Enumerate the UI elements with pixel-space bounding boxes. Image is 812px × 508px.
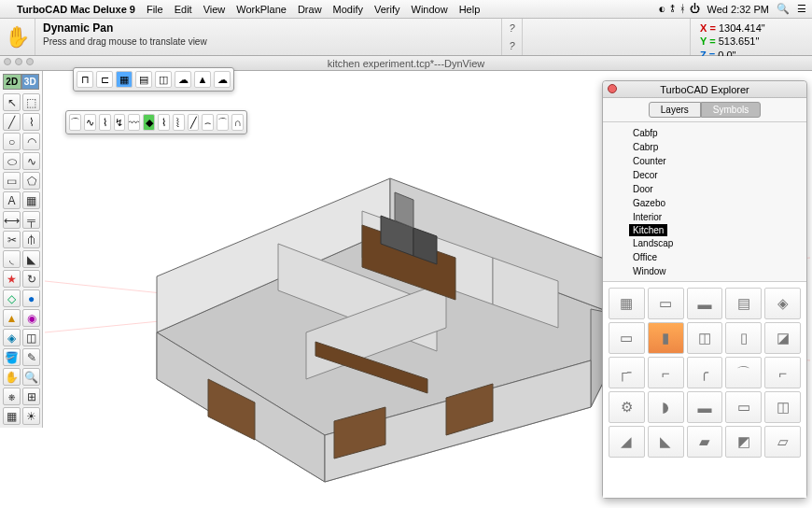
coord-y: 513.651" [719, 35, 760, 47]
symbol-thumb[interactable]: ┌╴ [609, 357, 645, 388]
arc-tool[interactable]: ◠ [22, 133, 40, 150]
cat-item[interactable]: Counter [629, 154, 806, 168]
symbol-thumb[interactable]: ▮ [648, 322, 684, 354]
menu-window[interactable]: Window [412, 4, 448, 15]
rect-tool[interactable]: ▭ [3, 172, 21, 190]
symbol-thumb[interactable]: ▭ [725, 391, 762, 423]
cat-item[interactable]: Cabfp [629, 126, 806, 140]
trim-tool[interactable]: ✂ [3, 231, 21, 248]
cat-item[interactable]: Landscap [629, 236, 806, 250]
shell-tool[interactable]: ◫ [22, 329, 40, 346]
light-tool[interactable]: ☀ [22, 407, 40, 425]
cat-item[interactable]: Cabrp [629, 140, 806, 154]
category-list: Cabfp Cabrp Counter Decor Door Gazebo In… [603, 122, 806, 281]
paint-tool[interactable]: 🪣 [3, 348, 21, 366]
menu-edit[interactable]: Edit [175, 4, 192, 15]
notifications-icon[interactable]: ☰ [797, 3, 806, 15]
help-hints[interactable]: ?? [502, 19, 523, 55]
dimension-tool[interactable]: ⟷ [3, 211, 21, 229]
menu-view[interactable]: View [203, 4, 226, 15]
line-tool[interactable]: ╱ [3, 113, 21, 131]
status-icons[interactable]: ◐ ⥉ ᚼ ⏻ [659, 3, 699, 15]
tab-layers[interactable]: Layers [649, 102, 701, 118]
window-controls[interactable] [4, 58, 34, 65]
symbol-thumb[interactable]: ▰ [687, 426, 723, 458]
menu-modify[interactable]: Modify [333, 4, 363, 15]
symbol-thumb[interactable]: ⚙ [609, 391, 645, 423]
symbol-thumb[interactable]: ◫ [687, 322, 723, 354]
cat-item[interactable]: Window [629, 264, 806, 278]
symbol-thumb[interactable]: ▯ [725, 322, 762, 354]
hatch-tool[interactable]: ▦ [22, 191, 40, 209]
symbol-thumb[interactable]: ⌒ [725, 357, 762, 388]
spline-tool[interactable]: ∿ [22, 152, 40, 170]
offset-tool[interactable]: ⫛ [22, 231, 40, 248]
tool-palette: 2D 3D ↖ ⬚ ╱ ⌇ ○ ◠ ⬭ ∿ ▭ ⬠ A ▦ ⟷ ╤ ✂ ⫛ ◟ … [0, 71, 43, 428]
cat-item[interactable]: Office [629, 250, 806, 264]
select-rect-tool[interactable]: ⬚ [22, 93, 40, 111]
pan-hand-icon[interactable]: ✋ [0, 19, 35, 55]
zoom-tool[interactable]: 🔍 [22, 368, 40, 386]
cat-item-selected[interactable]: Kitchen [629, 224, 667, 236]
symbol-thumb[interactable]: ◢ [609, 426, 645, 458]
symbol-thumb[interactable]: ◩ [725, 426, 762, 458]
extrude-tool[interactable]: ▲ [3, 309, 21, 327]
rotate-tool[interactable]: ↻ [22, 270, 40, 288]
menu-verify[interactable]: Verify [374, 4, 400, 15]
spotlight-icon[interactable]: 🔍 [777, 3, 790, 15]
explorer-titlebar[interactable]: TurboCAD Explorer [603, 81, 806, 98]
sphere-tool[interactable]: ● [22, 289, 40, 307]
render-tool[interactable]: ▦ [3, 407, 21, 425]
menu-file[interactable]: File [147, 4, 163, 15]
ellipse-tool[interactable]: ⬭ [3, 152, 21, 170]
tool-title: Dynamic Pan [43, 21, 494, 35]
pan-tool[interactable]: ✋ [3, 368, 21, 386]
symbol-thumb[interactable]: ╭ [687, 357, 723, 388]
text-tool[interactable]: A [3, 191, 21, 209]
revolve-tool[interactable]: ◉ [22, 309, 40, 327]
eyedrop-tool[interactable]: ✎ [22, 348, 40, 366]
symbol-thumb[interactable]: ▦ [609, 288, 645, 319]
symbol-thumb[interactable]: ▬ [687, 288, 723, 319]
cat-item[interactable]: Gazebo [629, 196, 806, 210]
tab-3d[interactable]: 3D [21, 74, 40, 90]
floorplan-model [157, 178, 614, 482]
symbol-thumb[interactable]: ▱ [764, 426, 801, 458]
wireframe-tool[interactable]: ⊞ [22, 388, 40, 405]
app-name[interactable]: TurboCAD Mac Deluxe 9 [17, 4, 135, 15]
symbol-thumb[interactable]: ▬ [687, 391, 723, 423]
symbol-thumb[interactable]: ▤ [725, 288, 762, 319]
boolean-tool[interactable]: ◈ [3, 329, 21, 346]
polygon-tool[interactable]: ⬠ [22, 172, 40, 190]
menu-draw[interactable]: Draw [298, 4, 322, 15]
cat-item[interactable]: Decor [629, 168, 806, 182]
chamfer-tool[interactable]: ◣ [22, 250, 40, 268]
symbol-thumb[interactable]: ⌐ [764, 357, 801, 388]
polyline-tool[interactable]: ⌇ [22, 113, 40, 131]
symbol-thumb[interactable]: ◫ [764, 391, 801, 423]
menu-help[interactable]: Help [459, 4, 481, 15]
symbol-thumb[interactable]: ◪ [764, 322, 801, 354]
clock[interactable]: Wed 2:32 PM [707, 4, 769, 15]
symbol-thumb[interactable]: ▭ [648, 288, 684, 319]
tab-2d[interactable]: 2D [3, 74, 21, 90]
tab-symbols[interactable]: Symbols [701, 102, 761, 118]
symbol-thumb[interactable]: ⌐ [648, 357, 684, 388]
wall-tool[interactable]: ╤ [22, 211, 40, 229]
coordinates: X = 1304.414" Y = 513.651" Z = 0.0" [691, 19, 812, 55]
close-icon[interactable] [608, 84, 617, 93]
fillet-tool[interactable]: ◟ [3, 250, 21, 268]
select-tool[interactable]: ↖ [3, 93, 21, 111]
box-tool[interactable]: ◇ [3, 289, 21, 307]
move-tool[interactable]: ★ [3, 270, 21, 288]
circle-tool[interactable]: ○ [3, 133, 21, 150]
symbol-thumb[interactable]: ▭ [609, 322, 645, 354]
symbol-thumb[interactable]: ◣ [648, 426, 684, 458]
symbol-grid: ▦ ▭ ▬ ▤ ◈ ▭ ▮ ◫ ▯ ◪ ┌╴ ⌐ ╭ ⌒ ⌐ ⚙ ◗ ▬ ▭ ◫… [603, 281, 806, 498]
cat-item[interactable]: Interior [629, 210, 806, 224]
menu-workplane[interactable]: WorkPlane [236, 4, 287, 15]
view-cube-tool[interactable]: ⎈ [3, 388, 21, 405]
cat-item[interactable]: Door [629, 182, 806, 196]
symbol-thumb[interactable]: ◈ [764, 288, 801, 319]
symbol-thumb[interactable]: ◗ [648, 391, 684, 423]
